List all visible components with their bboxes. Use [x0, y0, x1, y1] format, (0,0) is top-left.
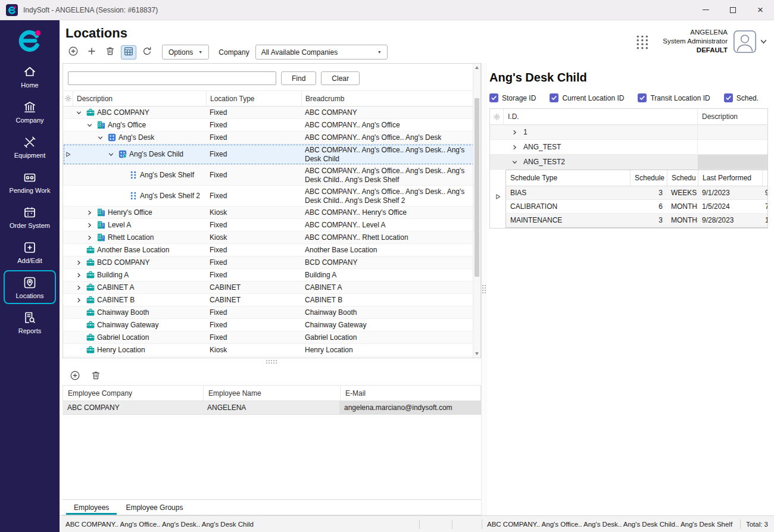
tree-row[interactable]: Ang's Desk ChildFixedABC COMPANY.. Ang's… [63, 144, 480, 165]
gear-icon[interactable] [63, 91, 73, 106]
tree-row[interactable]: Ang's Desk ShelfFixedABC COMPANY.. Ang's… [63, 165, 480, 186]
collapse-chevron-icon[interactable] [86, 121, 95, 129]
column-header-description[interactable]: Description [73, 91, 206, 106]
apps-grid-icon[interactable] [635, 33, 650, 50]
company-briefcase-icon [86, 258, 95, 267]
close-button[interactable]: × [747, 0, 774, 20]
column-header-id[interactable]: I.D. [503, 109, 697, 124]
sidebar-item-pending-work[interactable]: Pending Work [4, 165, 56, 199]
expand-chevron-icon[interactable] [75, 296, 84, 304]
expand-chevron-icon[interactable] [86, 234, 95, 242]
user-menu-chevron-icon[interactable] [759, 37, 768, 46]
sidebar-item-equipment[interactable]: Equipment [4, 130, 56, 164]
scrollbar-thumb[interactable] [475, 98, 479, 277]
column-header-description[interactable]: Description [697, 109, 767, 124]
indysoft-titlebar-logo-icon [6, 4, 18, 16]
tree-row[interactable]: Chainway BoothFixedChainway Booth [63, 306, 480, 319]
column-header-breadcrumb[interactable]: Breadcrumb [301, 91, 472, 106]
tab-employee-groups[interactable]: Employee Groups [118, 500, 191, 515]
breadcrumb-cell: ABC COMPANY.. Henry's Office [301, 206, 472, 218]
schedule-row[interactable]: MAINTENANCE3MONTHS9/28/20231 [506, 214, 767, 227]
collapse-chevron-icon[interactable] [511, 158, 520, 166]
maximize-button[interactable] [719, 0, 747, 20]
tree-row[interactable]: Gabriel LocationFixedGabriel Location [63, 331, 480, 344]
sidebar-item-reports[interactable]: Reports [4, 305, 56, 339]
checkbox-current-location-id[interactable] [550, 93, 558, 102]
schedule-row[interactable]: CALIBRATION6MONTHS1/5/20247 [506, 200, 767, 214]
schedule-column-header-schedule[interactable]: Schedule [630, 170, 667, 186]
location-name: BCD COMPANY [97, 258, 149, 267]
id-row[interactable]: ANG_TEST2 [490, 155, 767, 170]
column-header-employee-company[interactable]: Employee Company [63, 386, 203, 400]
expand-chevron-icon[interactable] [511, 143, 520, 151]
column-header-email[interactable]: E-Mail [340, 386, 480, 400]
avatar[interactable] [733, 30, 757, 54]
scroll-down-icon[interactable] [473, 350, 480, 358]
tree-row[interactable]: CABINET BCABINETCABINET B [63, 294, 480, 306]
column-header-location-type[interactable]: Location Type [206, 91, 301, 106]
tree-row[interactable]: ABC COMPANYFixedABC COMPANY [63, 107, 480, 119]
checkbox-storage-id[interactable] [489, 93, 498, 102]
company-select[interactable]: All Available Companies ▼ [255, 45, 388, 60]
remove-employee-button[interactable] [88, 369, 104, 383]
delete-button[interactable] [102, 45, 118, 60]
checkbox-sched[interactable] [724, 93, 733, 102]
tree-row[interactable]: Ang's OfficeFixedABC COMPANY.. Ang's Off… [63, 119, 480, 132]
schedule-units-cell: WEEKS [667, 186, 698, 199]
add-location-button[interactable] [65, 45, 81, 60]
employee-row[interactable]: ABC COMPANYANGELENAangelena.marciano@ind… [63, 401, 481, 415]
expand-chevron-icon[interactable] [86, 209, 95, 217]
sidebar-item-home[interactable]: Home [4, 60, 56, 93]
vertical-splitter[interactable] [481, 63, 487, 515]
expand-chevron-icon[interactable] [511, 129, 520, 136]
expand-chevron-icon[interactable] [75, 259, 84, 267]
tab-employees[interactable]: Employees [66, 500, 117, 515]
tree-row[interactable]: Level AFixedABC COMPANY.. Level A [63, 219, 480, 231]
column-header-employee-name[interactable]: Employee Name [203, 386, 340, 400]
sidebar-item-label: Order System [10, 222, 50, 229]
schedule-column-header-last-performed[interactable]: Last Performed [698, 170, 762, 186]
schedule-view-toggle[interactable] [121, 45, 136, 60]
tree-row[interactable]: Henry's OfficeKioskABC COMPANY.. Henry's… [63, 206, 480, 219]
sidebar-item-add-edit[interactable]: Add/Edit [4, 235, 56, 269]
minimize-button[interactable] [692, 0, 719, 20]
expand-chevron-icon[interactable] [75, 271, 84, 279]
search-input[interactable] [68, 71, 276, 85]
gear-icon[interactable] [490, 109, 503, 124]
options-dropdown-button[interactable]: Options ▼ [162, 45, 209, 60]
collapse-chevron-icon[interactable] [75, 109, 84, 117]
tree-row[interactable]: Another Base LocationFixedAnother Base L… [63, 244, 480, 256]
checkbox-transit-location-id[interactable] [638, 93, 647, 102]
tree-row[interactable]: CABINET ACABINETCABINET A [63, 281, 480, 294]
schedule-column-header-schedule-type[interactable]: Schedule Type [506, 170, 630, 186]
horizontal-splitter[interactable] [63, 358, 481, 366]
id-row[interactable]: ANG_TEST [490, 140, 767, 155]
tree-row[interactable]: Building AFixedBuilding A [63, 269, 480, 281]
clear-button[interactable]: Clear [321, 71, 360, 85]
id-row[interactable]: 1 [490, 125, 767, 140]
id-value: 1 [523, 128, 528, 136]
add-employee-button[interactable] [67, 369, 83, 383]
tree-row-description: Ang's Desk Shelf [73, 165, 206, 185]
schedule-row[interactable]: BIAS3WEEKS9/1/20239 [506, 186, 767, 200]
tree-row[interactable]: Chainway GatewayFixedChainway Gateway [63, 319, 480, 331]
collapse-chevron-icon[interactable] [96, 134, 105, 142]
schedule-column-header-schedu[interactable]: Schedu [667, 170, 698, 186]
expand-chevron-icon[interactable] [86, 221, 95, 229]
tree-scrollbar[interactable] [473, 64, 480, 358]
tree-row[interactable]: Ang's Desk Shelf 2FixedABC COMPANY.. Ang… [63, 186, 480, 206]
add-button[interactable] [84, 45, 99, 60]
refresh-button[interactable] [139, 45, 155, 60]
tree-row[interactable]: Ang's DeskFixedABC COMPANY.. Ang's Offic… [63, 132, 480, 144]
find-button[interactable]: Find [281, 71, 316, 85]
tree-row[interactable]: Rhett LocationKioskABC COMPANY.. Rhett L… [63, 231, 480, 244]
sidebar-item-company[interactable]: Company [4, 95, 56, 129]
schedule-column-header-next[interactable] [762, 170, 767, 186]
sidebar-item-locations[interactable]: Locations [4, 270, 56, 304]
expand-chevron-icon[interactable] [75, 284, 84, 292]
scroll-up-icon[interactable] [473, 64, 480, 71]
sidebar-item-order-system[interactable]: Order System [4, 200, 56, 234]
collapse-chevron-icon[interactable] [107, 151, 116, 158]
tree-row[interactable]: Henry LocationKioskHenry Location [63, 344, 480, 356]
tree-row[interactable]: BCD COMPANYFixedBCD COMPANY [63, 256, 480, 269]
